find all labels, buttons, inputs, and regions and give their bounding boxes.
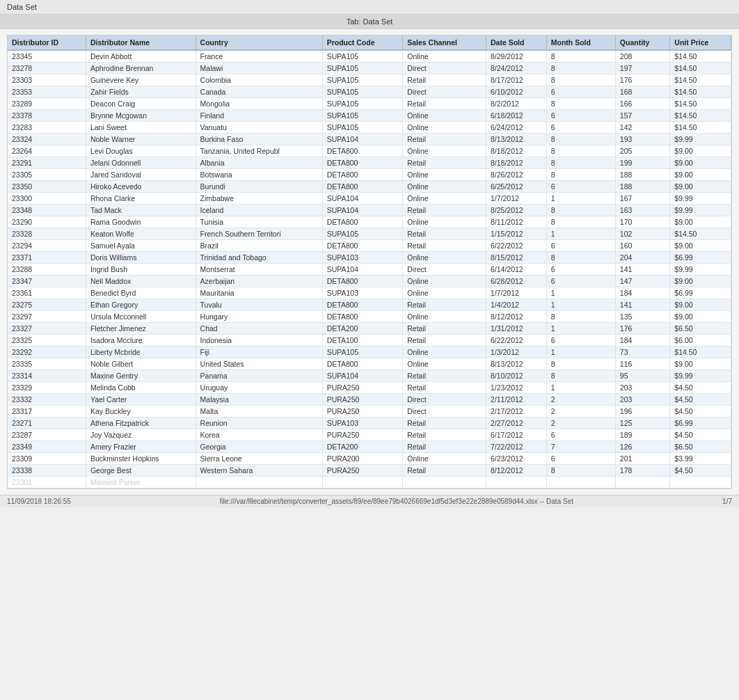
table-cell: 193 bbox=[615, 134, 670, 145]
table-cell: Vanuatu bbox=[196, 122, 322, 134]
table-cell: Aphrodine Brennan bbox=[86, 63, 196, 74]
table-row: 23309Buckminster HopkinsSierra LeonePURA… bbox=[8, 453, 731, 465]
table-cell: 1/3/2012 bbox=[486, 347, 546, 358]
table-cell: 23332 bbox=[8, 394, 86, 406]
table-cell: 23317 bbox=[8, 406, 86, 417]
table-cell: 8 bbox=[546, 98, 615, 110]
column-header: Distributor Name bbox=[86, 35, 196, 50]
table-cell: 23271 bbox=[8, 417, 86, 429]
table-cell: $9.00 bbox=[670, 216, 731, 228]
table-cell: 23275 bbox=[8, 299, 86, 311]
table-cell: 7/22/2012 bbox=[486, 441, 546, 453]
table-cell: SUPA105 bbox=[322, 228, 403, 240]
table-cell: Kay Buckley bbox=[86, 406, 196, 417]
table-cell: Guinevere Key bbox=[86, 74, 196, 86]
table-cell: 1/23/2012 bbox=[486, 382, 546, 394]
table-cell: Joy Vazquez bbox=[86, 429, 196, 441]
table-cell: Malawi bbox=[196, 63, 322, 74]
table-row: 23278Aphrodine BrennanMalawiSUPA105Direc… bbox=[8, 63, 731, 74]
tab-bar: Tab: Data Set bbox=[0, 15, 739, 29]
table-row: 23328Keaton WolfeFrench Southern Territo… bbox=[8, 228, 731, 240]
table-cell: Mauritania bbox=[196, 287, 322, 299]
table-cell: Albania bbox=[196, 157, 322, 169]
table-row: 23290Rama GoodwinTunisiaDETA800Online8/1… bbox=[8, 216, 731, 228]
table-cell: Noble Gilbert bbox=[86, 358, 196, 370]
table-cell: 184 bbox=[615, 335, 670, 347]
table-cell: 8/10/2012 bbox=[486, 370, 546, 382]
table-cell: 6/23/2012 bbox=[486, 453, 546, 465]
table-cell: 23324 bbox=[8, 134, 86, 145]
table-cell: Amery Frazier bbox=[86, 441, 196, 453]
table-cell: 23328 bbox=[8, 228, 86, 240]
table-cell: 8 bbox=[546, 465, 615, 477]
table-row: 23338George BestWestern SaharaPURA250Ret… bbox=[8, 465, 731, 477]
table-cell: Noble Warner bbox=[86, 134, 196, 145]
table-cell: DETA800 bbox=[322, 311, 403, 323]
table-cell: Chad bbox=[196, 323, 322, 335]
table-cell: PURA250 bbox=[322, 406, 403, 417]
table-row: 23283Lani SweetVanuatuSUPA105Online6/24/… bbox=[8, 122, 731, 134]
table-row: 23329Melinda CobbUruguayPURA250Retail1/2… bbox=[8, 382, 731, 394]
table-cell: 141 bbox=[615, 299, 670, 311]
table-cell bbox=[615, 477, 670, 488]
table-cell: 8 bbox=[546, 145, 615, 157]
main-content: Distributor IDDistributor NameCountryPro… bbox=[0, 29, 739, 495]
table-cell: SUPA105 bbox=[322, 63, 403, 74]
column-header: Country bbox=[196, 35, 322, 50]
table-cell: SUPA105 bbox=[322, 347, 403, 358]
table-cell: 23278 bbox=[8, 63, 86, 74]
table-cell: Tuvalu bbox=[196, 299, 322, 311]
table-cell: Doris Williams bbox=[86, 252, 196, 264]
column-header: Month Sold bbox=[546, 35, 615, 50]
table-cell: 23294 bbox=[8, 240, 86, 252]
table-cell: Tad Mack bbox=[86, 205, 196, 216]
table-cell: DETA800 bbox=[322, 157, 403, 169]
table-cell: $14.50 bbox=[670, 122, 731, 134]
table-cell: United States bbox=[196, 358, 322, 370]
table-cell: Online bbox=[403, 311, 486, 323]
table-cell: Maxine Gentry bbox=[86, 370, 196, 382]
table-cell bbox=[322, 477, 403, 488]
table-cell: Tanzania, United Republ bbox=[196, 145, 322, 157]
table-cell: Retail bbox=[403, 335, 486, 347]
table-row: 23317Kay BuckleyMaltaPURA250Direct2/17/2… bbox=[8, 406, 731, 417]
table-cell: Ingrid Bush bbox=[86, 264, 196, 276]
table-cell: SUPA103 bbox=[322, 417, 403, 429]
table-cell: Retail bbox=[403, 205, 486, 216]
table-row: 23378Brynne McgowanFinlandSUPA105Online6… bbox=[8, 110, 731, 122]
table-cell: 8/24/2012 bbox=[486, 63, 546, 74]
table-cell: 204 bbox=[615, 252, 670, 264]
table-cell: 8 bbox=[546, 74, 615, 86]
table-cell: $14.50 bbox=[670, 63, 731, 74]
table-cell: Online bbox=[403, 122, 486, 134]
table-cell: 6 bbox=[546, 181, 615, 193]
footer-page: 1/7 bbox=[722, 498, 732, 505]
table-cell: Retail bbox=[403, 157, 486, 169]
table-cell: 23291 bbox=[8, 157, 86, 169]
table-cell: Direct bbox=[403, 264, 486, 276]
table-cell: 23349 bbox=[8, 441, 86, 453]
table-cell: SUPA105 bbox=[322, 86, 403, 98]
table-cell: Jelani Odonnell bbox=[86, 157, 196, 169]
table-cell: 157 bbox=[615, 110, 670, 122]
table-cell: Zahir Fields bbox=[86, 86, 196, 98]
table-cell bbox=[486, 477, 546, 488]
table-cell: Rhona Clarke bbox=[86, 193, 196, 205]
table-cell: 6 bbox=[546, 122, 615, 134]
table-cell: SUPA104 bbox=[322, 370, 403, 382]
table-header-row: Distributor IDDistributor NameCountryPro… bbox=[8, 35, 731, 50]
table-cell: $9.00 bbox=[670, 157, 731, 169]
table-cell: Trinidad and Tobago bbox=[196, 252, 322, 264]
table-row: 23264Levi DouglasTanzania, United Republ… bbox=[8, 145, 731, 157]
table-cell: 6 bbox=[546, 264, 615, 276]
table-cell: 23314 bbox=[8, 370, 86, 382]
table-cell: 163 bbox=[615, 205, 670, 216]
tab-label: Tab: Data Set bbox=[347, 17, 393, 26]
table-cell: 1/7/2012 bbox=[486, 287, 546, 299]
table-cell: $4.50 bbox=[670, 429, 731, 441]
table-cell: 176 bbox=[615, 74, 670, 86]
table-cell: 1 bbox=[546, 382, 615, 394]
table-row: 23371Doris WilliamsTrinidad and TobagoSU… bbox=[8, 252, 731, 264]
table-cell: 23345 bbox=[8, 50, 86, 63]
table-cell: DETA800 bbox=[322, 145, 403, 157]
